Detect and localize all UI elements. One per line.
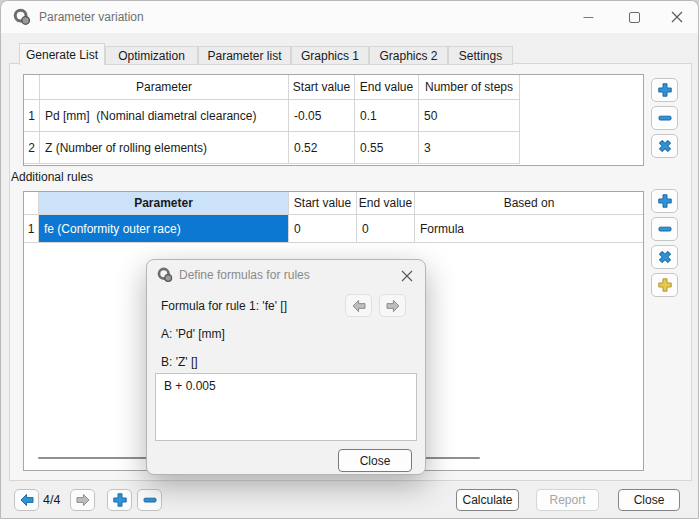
steps-cell[interactable]: 50: [419, 100, 520, 132]
prev-page-button[interactable]: [14, 489, 39, 511]
param-add-row-button[interactable]: [651, 78, 678, 102]
corner-header-cell: [24, 75, 40, 100]
parameter-cell[interactable]: Pd [mm] (Nominal diametral clearance): [40, 100, 289, 132]
app-bearing-icon: [157, 267, 173, 283]
parameter-variation-window: Parameter variation Generate List Optimi…: [0, 0, 699, 519]
table-row: 2 Z (Number of rolling elements) 0.52 0.…: [24, 132, 643, 164]
formula-input[interactable]: B + 0.005: [155, 373, 417, 441]
rule-remove-button[interactable]: [651, 217, 678, 241]
title-bar: Parameter variation: [1, 1, 698, 33]
delete-all-x-icon: [657, 249, 673, 265]
calculate-button[interactable]: Calculate: [456, 489, 519, 511]
start-value-cell[interactable]: 0.52: [289, 132, 355, 164]
formula-rule-label: Formula for rule 1: 'fe' []: [161, 298, 287, 314]
column-header-start-value[interactable]: Start value: [289, 75, 355, 100]
footer-close-button[interactable]: Close: [618, 489, 680, 511]
param-remove-row-button[interactable]: [651, 106, 678, 130]
back-arrow-icon: [351, 298, 367, 314]
corner-header-cell: [24, 192, 39, 215]
prev-arrow-icon: [19, 492, 35, 508]
dialog-close-action-button[interactable]: Close: [338, 449, 412, 472]
column-header-start-value[interactable]: Start value: [289, 192, 357, 215]
dialog-title-bar: Define formulas for rules: [147, 260, 425, 290]
column-header-parameter[interactable]: Parameter: [40, 75, 289, 100]
tab-label: Settings: [459, 49, 502, 63]
window-title: Parameter variation: [39, 1, 144, 33]
rule-delete-all-button[interactable]: [651, 245, 678, 269]
add-plus-icon: [112, 492, 128, 508]
start-value-cell[interactable]: 0: [289, 215, 357, 243]
variable-b-label: B: 'Z' []: [161, 354, 198, 370]
rule-add-button[interactable]: [651, 189, 678, 213]
tab-label: Graphics 2: [379, 49, 437, 63]
table-row: 1 fe (Conformity outer race) 0 0 Formula: [24, 215, 643, 243]
delete-all-x-icon: [657, 138, 673, 154]
add-configuration-button[interactable]: [107, 489, 132, 511]
close-icon: [671, 11, 683, 23]
dialog-close-button[interactable]: [399, 268, 415, 284]
maximize-icon: [629, 12, 640, 23]
define-formulas-dialog: Define formulas for rules Formula for ru…: [146, 259, 426, 475]
minimize-icon: [583, 12, 594, 23]
forward-arrow-icon: [385, 298, 401, 314]
page-indicator: 4/4: [43, 489, 60, 511]
tab-generate-list[interactable]: Generate List: [19, 43, 105, 65]
start-value-cell[interactable]: -0.05: [289, 100, 355, 132]
next-page-button[interactable]: [70, 489, 95, 511]
additional-rules-label: Additional rules: [11, 170, 93, 184]
next-rule-button[interactable]: [379, 294, 406, 317]
end-value-cell[interactable]: 0.1: [355, 100, 419, 132]
param-delete-all-button[interactable]: [651, 134, 678, 158]
maximize-button[interactable]: [611, 2, 657, 32]
column-header-based-on[interactable]: Based on: [415, 192, 643, 215]
minimize-button[interactable]: [565, 2, 611, 32]
parameter-cell[interactable]: Z (Number of rolling elements): [40, 132, 289, 164]
report-button[interactable]: Report: [536, 489, 599, 511]
tab-graphics-2[interactable]: Graphics 2: [369, 46, 448, 65]
table-row: 1 Pd [mm] (Nominal diametral clearance) …: [24, 100, 643, 132]
dialog-title: Define formulas for rules: [179, 260, 310, 290]
column-header-parameter[interactable]: Parameter: [39, 192, 289, 215]
tab-label: Parameter list: [207, 49, 281, 63]
remove-minus-icon: [657, 221, 673, 237]
steps-cell[interactable]: 3: [419, 132, 520, 164]
column-header-end-value[interactable]: End value: [357, 192, 415, 215]
end-value-cell[interactable]: 0: [357, 215, 415, 243]
tab-parameter-list[interactable]: Parameter list: [198, 46, 291, 65]
tab-optimization[interactable]: Optimization: [105, 46, 198, 65]
based-on-cell[interactable]: Formula: [415, 215, 643, 243]
tab-graphics-1[interactable]: Graphics 1: [291, 46, 369, 65]
rule-add-special-button[interactable]: [651, 273, 678, 297]
column-header-end-value[interactable]: End value: [355, 75, 419, 100]
remove-minus-icon: [142, 492, 158, 508]
window-close-button[interactable]: [654, 2, 699, 32]
add-special-plus-yellow-icon: [657, 277, 673, 293]
add-plus-icon: [657, 82, 673, 98]
row-number[interactable]: 2: [24, 132, 40, 164]
next-arrow-icon: [75, 492, 91, 508]
row-number[interactable]: 1: [24, 100, 40, 132]
row-number[interactable]: 1: [24, 215, 39, 243]
remove-configuration-button[interactable]: [137, 489, 162, 511]
end-value-cell[interactable]: 0.55: [355, 132, 419, 164]
add-plus-icon: [657, 193, 673, 209]
tab-label: Optimization: [118, 49, 185, 63]
previous-rule-button[interactable]: [345, 294, 372, 317]
column-header-number-of-steps[interactable]: Number of steps: [419, 75, 520, 100]
variable-a-label: A: 'Pd' [mm]: [161, 326, 225, 342]
tab-label: Graphics 1: [301, 49, 359, 63]
remove-minus-icon: [657, 110, 673, 126]
close-icon: [401, 270, 413, 282]
parameter-cell-selected[interactable]: fe (Conformity outer race): [39, 215, 289, 243]
parameter-table: Parameter Start value End value Number o…: [23, 74, 644, 166]
tab-label: Generate List: [26, 48, 98, 62]
tab-settings[interactable]: Settings: [448, 46, 513, 65]
app-bearing-icon: [13, 8, 31, 26]
